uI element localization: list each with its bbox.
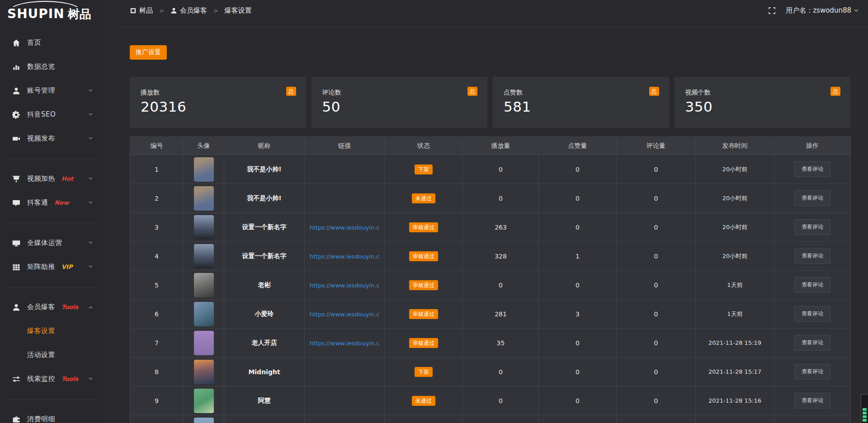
cell-publish-time: 1天前 bbox=[696, 271, 774, 300]
cell-status: 未通过 bbox=[385, 184, 463, 213]
sidebar-item[interactable]: 消费明细 bbox=[0, 407, 104, 423]
column-header: 操作 bbox=[774, 137, 851, 155]
chevron-down-icon bbox=[88, 136, 93, 141]
cell-publish-time: 2021-11-28 15:17 bbox=[696, 357, 774, 386]
cell-publish-time: 20小时前 bbox=[696, 184, 774, 213]
cell-plays: 263 bbox=[463, 213, 539, 242]
corner-widget-bar bbox=[863, 408, 867, 411]
sidebar-item-label: 消费明细 bbox=[27, 415, 55, 423]
sidebar-item-label: 线索监控 bbox=[27, 375, 55, 383]
sidebar-item-icon bbox=[12, 175, 20, 183]
sidebar-item[interactable] bbox=[0, 391, 104, 407]
breadcrumb-item[interactable]: 树品 bbox=[130, 6, 153, 15]
video-link[interactable]: https://www.iesdouyin.c bbox=[309, 340, 379, 347]
cell-publish-time bbox=[696, 415, 774, 423]
view-comments-button[interactable]: 查看评论 bbox=[794, 335, 830, 351]
status-badge[interactable]: 审核通过 bbox=[409, 251, 438, 261]
view-comments-button[interactable]: 查看评论 bbox=[794, 161, 830, 177]
cell-nickname: 我不是小帅! bbox=[224, 184, 305, 213]
total-badge: 总 bbox=[649, 87, 659, 96]
cell-avatar bbox=[184, 329, 224, 357]
view-comments-button[interactable]: 查看评论 bbox=[794, 277, 830, 293]
cell-status: 下架 bbox=[385, 357, 463, 386]
status-badge[interactable]: 下架 bbox=[415, 164, 433, 174]
cell-id: 5 bbox=[130, 271, 184, 300]
sidebar-item-label: 账号管理 bbox=[27, 86, 55, 95]
sidebar: SHUPIN树品 首页 数据总览 账号管理 bbox=[0, 0, 104, 423]
sidebar-item[interactable]: 线索监控 Tools bbox=[0, 367, 104, 391]
status-badge[interactable]: 审核通过 bbox=[409, 222, 438, 232]
view-comments-button[interactable]: 查看评论 bbox=[794, 306, 830, 322]
cell-likes: 3 bbox=[539, 300, 617, 329]
view-comments-button[interactable]: 查看评论 bbox=[794, 393, 830, 409]
sidebar-item[interactable] bbox=[0, 150, 104, 167]
status-badge[interactable]: 审核通过 bbox=[409, 309, 438, 319]
video-link[interactable]: https://www.iesdouyin.c bbox=[309, 253, 379, 260]
cell-actions: 查看评论 bbox=[774, 386, 851, 415]
sidebar-item-badge: New bbox=[55, 199, 69, 206]
table-row: 8 Midnight 下架 0 0 0 2021-11-28 15:17 查看评… bbox=[130, 357, 851, 386]
sidebar-item-badge: Tools bbox=[61, 304, 78, 310]
breadcrumb-item[interactable]: 爆客设置 bbox=[207, 6, 252, 15]
chevron-down-icon bbox=[88, 88, 93, 93]
sidebar-divider bbox=[9, 159, 95, 159]
sidebar-item[interactable]: 抖音SEO bbox=[0, 103, 104, 127]
sidebar-divider bbox=[9, 287, 95, 287]
sidebar-item[interactable]: 抖客通 New bbox=[0, 191, 104, 215]
status-badge[interactable]: 下架 bbox=[415, 367, 433, 377]
sidebar-item-label: 视频加热 bbox=[27, 174, 55, 183]
sidebar-item[interactable] bbox=[0, 279, 104, 295]
user-area: 用户名：zswodun88 bbox=[768, 6, 859, 15]
sidebar-item[interactable]: 视频加热 Hot bbox=[0, 167, 104, 191]
view-comments-button[interactable]: 查看评论 bbox=[794, 364, 830, 380]
sidebar-item-label: 活动设置 bbox=[27, 351, 55, 359]
username-dropdown[interactable]: 用户名：zswodun88 bbox=[786, 6, 859, 15]
table-row: 6 小爱玲 https://www.iesdouyin.c 审核通过 281 3… bbox=[130, 300, 851, 329]
sidebar-item-label: 抖客通 bbox=[27, 198, 48, 207]
sidebar-item[interactable]: 视频发布 bbox=[0, 127, 104, 150]
column-header: 链接 bbox=[305, 137, 385, 155]
video-link[interactable]: https://www.iesdouyin.c bbox=[309, 282, 379, 289]
status-badge[interactable]: 未通过 bbox=[412, 193, 435, 203]
cell-status: 审核通过 bbox=[385, 213, 463, 242]
sidebar-item[interactable]: 账号管理 bbox=[0, 79, 104, 103]
cell-plays: 0 bbox=[463, 155, 539, 184]
sidebar-item[interactable] bbox=[0, 215, 104, 231]
sidebar-item[interactable]: 会员爆客 Tools bbox=[0, 295, 104, 319]
sidebar-item[interactable]: 全媒体运营 bbox=[0, 231, 104, 255]
sidebar-item[interactable]: 首页 bbox=[0, 31, 104, 55]
fullscreen-icon[interactable] bbox=[768, 7, 776, 14]
cell-link bbox=[305, 184, 385, 213]
cell-likes: 0 bbox=[539, 357, 617, 386]
corner-widget[interactable] bbox=[861, 394, 868, 423]
sidebar-item[interactable]: 矩阵助推 VIP bbox=[0, 255, 104, 279]
cell-avatar bbox=[184, 415, 224, 423]
cell-actions: 查看评论 bbox=[774, 213, 851, 242]
view-comments-button[interactable]: 查看评论 bbox=[794, 190, 830, 206]
chevron-down-icon bbox=[88, 200, 93, 205]
view-comments-button[interactable]: 查看评论 bbox=[794, 219, 830, 235]
status-badge[interactable]: 审核通过 bbox=[409, 280, 438, 290]
column-header: 评论量 bbox=[617, 137, 696, 155]
cell-plays: 0 bbox=[463, 357, 539, 386]
promotion-settings-button[interactable]: 推广设置 bbox=[130, 45, 167, 60]
sidebar-item-icon bbox=[12, 63, 20, 71]
breadcrumb-label: 树品 bbox=[139, 6, 153, 15]
stat-value: 50 bbox=[322, 99, 477, 115]
cell-link bbox=[305, 155, 385, 184]
view-comments-button[interactable]: 查看评论 bbox=[794, 248, 830, 264]
sidebar-item[interactable]: 数据总览 bbox=[0, 55, 104, 79]
video-link[interactable]: https://www.iesdouyin.c bbox=[309, 311, 379, 318]
video-link[interactable]: https://www.iesdouyin.c bbox=[309, 224, 379, 231]
status-badge[interactable]: 审核通过 bbox=[409, 338, 438, 348]
breadcrumb-item[interactable]: 会员爆客 bbox=[153, 6, 207, 15]
cell-id: 2 bbox=[130, 184, 184, 213]
sidebar-item[interactable]: 爆客设置 bbox=[0, 319, 104, 343]
status-badge[interactable]: 未通过 bbox=[412, 396, 435, 406]
cell-plays: 35 bbox=[463, 329, 539, 357]
cell-link bbox=[305, 357, 385, 386]
column-header: 发布时间 bbox=[696, 137, 774, 155]
column-header: 点赞量 bbox=[539, 137, 617, 155]
sidebar-item[interactable]: 活动设置 bbox=[0, 343, 104, 367]
app-logo[interactable]: SHUPIN树品 bbox=[0, 0, 104, 28]
